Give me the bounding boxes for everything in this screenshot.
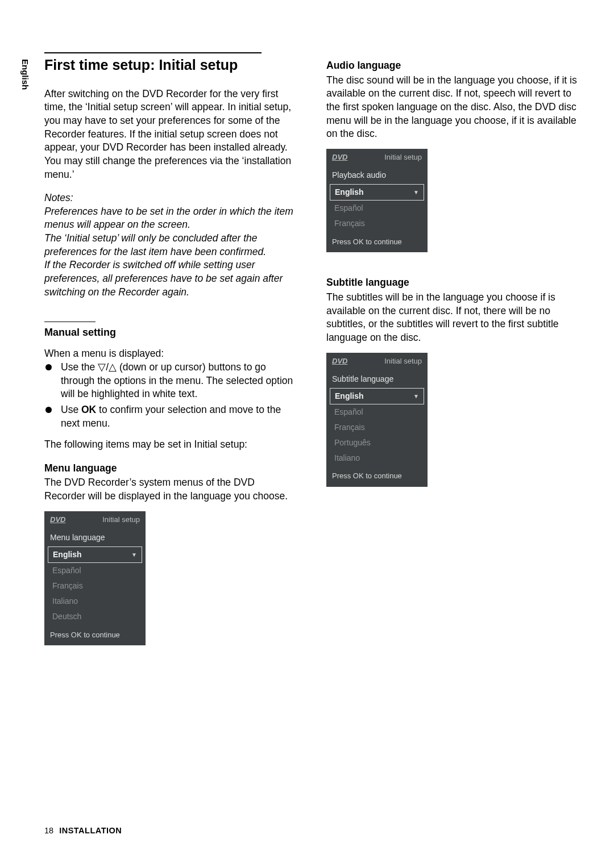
option-label: English <box>335 187 364 198</box>
page-content: First time setup: Initial setup After sw… <box>44 52 580 645</box>
osd-title: Initial setup <box>384 152 422 162</box>
osd-header: DVD Initial setup <box>326 149 428 164</box>
osd-subheading: Subtitle language <box>326 367 428 388</box>
dvd-logo: DVD <box>332 152 347 162</box>
osd-header: DVD Initial setup <box>326 353 428 368</box>
bullet-icon <box>45 364 52 370</box>
note-3: If the Recorder is switched off while se… <box>44 258 298 299</box>
dvd-logo: DVD <box>332 356 347 366</box>
note-2: The ‘Initial setup’ will only be conclud… <box>44 232 298 258</box>
osd-header: DVD Initial setup <box>44 511 146 526</box>
osd-footer: Press OK to continue <box>44 624 146 641</box>
language-tab: English <box>19 59 31 90</box>
osd-footer: Press OK to continue <box>326 465 428 482</box>
osd-option-list: English▼ Español Français Português Ital… <box>326 388 428 465</box>
osd-option[interactable]: Português <box>330 435 424 450</box>
osd-option[interactable]: Español <box>330 404 424 420</box>
notes-heading: Notes: <box>44 191 298 205</box>
list-item: Use the / (down or up cursor) buttons to… <box>44 361 298 401</box>
osd-option[interactable]: Español <box>48 563 142 578</box>
manual-steps-list: Use the / (down or up cursor) buttons to… <box>44 361 298 430</box>
following-items-text: The following items may be set in Initia… <box>44 438 298 452</box>
osd-option[interactable]: Español <box>330 201 424 216</box>
osd-option[interactable]: Italiano <box>330 450 424 466</box>
bullet-icon <box>45 407 52 413</box>
manual-intro: When a menu is displayed: <box>44 347 298 361</box>
dvd-logo: DVD <box>50 515 65 525</box>
down-arrow-icon: ▼ <box>131 551 137 559</box>
manual-setting-heading: Manual setting <box>44 326 298 339</box>
osd-title: Initial setup <box>102 515 140 525</box>
osd-menu-language: DVD Initial setup Menu language English▼… <box>44 511 146 645</box>
up-cursor-icon <box>109 361 117 373</box>
footer-section: INSTALLATION <box>59 826 122 835</box>
osd-option[interactable]: Deutsch <box>48 609 142 624</box>
ok-key-label: OK <box>81 404 96 415</box>
title-rule <box>44 52 262 53</box>
osd-option-selected[interactable]: English▼ <box>330 184 424 201</box>
osd-option-list: English▼ Español Français <box>326 184 428 231</box>
page-number: 18 <box>44 826 53 835</box>
down-arrow-icon: ▼ <box>413 393 419 400</box>
section-rule <box>44 322 96 322</box>
note-1: Preferences have to be set in the order … <box>44 205 298 232</box>
right-column: Audio language The disc sound will be in… <box>326 52 580 645</box>
subtitle-language-body: The subtitles will be in the language yo… <box>326 291 580 345</box>
text-fragment: Use <box>61 404 81 415</box>
osd-playback-audio: DVD Initial setup Playback audio English… <box>326 149 428 253</box>
osd-subheading: Playback audio <box>326 163 428 184</box>
osd-option-selected[interactable]: English▼ <box>48 546 142 563</box>
page-footer: 18 INSTALLATION <box>44 825 122 837</box>
osd-option[interactable]: Français <box>330 216 424 231</box>
list-item-text: Use OK to confirm your selection and mov… <box>61 403 298 430</box>
down-arrow-icon: ▼ <box>413 189 419 197</box>
intro-paragraph: After switching on the DVD Recorder for … <box>44 87 298 181</box>
osd-option[interactable]: Français <box>330 420 424 435</box>
down-cursor-icon <box>98 361 106 373</box>
audio-language-heading: Audio language <box>326 59 580 73</box>
menu-language-heading: Menu language <box>44 462 298 475</box>
left-column: First time setup: Initial setup After sw… <box>44 52 298 645</box>
osd-option[interactable]: Français <box>48 578 142 594</box>
osd-subtitle-language: DVD Initial setup Subtitle language Engl… <box>326 353 428 487</box>
audio-language-body: The disc sound will be in the language y… <box>326 74 580 141</box>
osd-option-selected[interactable]: English▼ <box>330 388 424 404</box>
osd-footer: Press OK to continue <box>326 231 428 248</box>
list-item-text: Use the / (down or up cursor) buttons to… <box>61 361 298 401</box>
option-label: English <box>53 549 82 560</box>
option-label: English <box>335 391 364 402</box>
osd-option[interactable]: Italiano <box>48 594 142 609</box>
menu-language-body: The DVD Recorder’s system menus of the D… <box>44 476 298 503</box>
osd-option-list: English▼ Español Français Italiano Deuts… <box>44 546 146 624</box>
text-fragment: Use the <box>61 361 98 373</box>
list-item: Use OK to confirm your selection and mov… <box>44 403 298 430</box>
page-title: First time setup: Initial setup <box>44 56 298 75</box>
subtitle-language-heading: Subtitle language <box>326 276 580 290</box>
osd-title: Initial setup <box>384 356 422 366</box>
osd-subheading: Menu language <box>44 525 146 546</box>
